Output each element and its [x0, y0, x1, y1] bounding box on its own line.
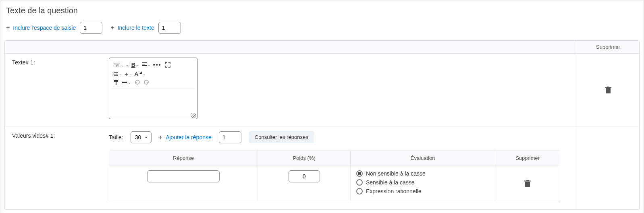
undo-icon: [134, 80, 140, 85]
svg-rect-3: [114, 74, 118, 74]
radio-icon: [356, 188, 363, 194]
redo-button[interactable]: [143, 80, 150, 85]
col-header-supprimer: Supprimer: [495, 151, 560, 165]
rich-text-editor[interactable]: Par… ⌄ B ⌄ ⌄: [109, 58, 197, 119]
svg-rect-11: [525, 182, 530, 187]
chevron-down-icon: ⌄: [128, 81, 131, 85]
chevron-down-icon: ⌄: [126, 63, 129, 67]
plus-icon: +: [125, 70, 128, 77]
line-height-icon: [122, 81, 127, 85]
chevron-down-icon: ⌄: [143, 72, 146, 76]
svg-rect-6: [114, 80, 118, 82]
size-select[interactable]: 30: [131, 131, 152, 143]
evaluation-option-regex[interactable]: Expression rationnelle: [356, 188, 426, 194]
align-left-icon: [142, 62, 147, 67]
view-answers-button[interactable]: Consulter les réponses: [249, 131, 314, 143]
col-header-reponse: Réponse: [109, 151, 258, 165]
grid-header-supprimer: Supprimer: [577, 41, 639, 53]
font-button[interactable]: A◢ ⌄: [135, 71, 146, 77]
font-icon: A: [135, 71, 138, 77]
include-input-space-label: Inclure l'espace de saisie: [13, 25, 76, 31]
svg-rect-5: [114, 75, 118, 76]
bold-button[interactable]: B ⌄: [131, 62, 139, 68]
svg-rect-13: [526, 180, 529, 181]
svg-rect-1: [114, 72, 118, 72]
list-button[interactable]: ⌄: [112, 72, 122, 77]
list-icon: [112, 72, 118, 77]
trash-icon: [524, 180, 531, 187]
plus-icon: +: [159, 134, 162, 141]
evaluation-radio-group: Non sensible à la casse Sensible à la ca…: [356, 170, 426, 194]
answers-table-header: Réponse Poids (%) Évaluation Supprimer: [109, 151, 560, 165]
editor-content-area[interactable]: [109, 91, 197, 119]
chevron-down-icon: ⌄: [129, 72, 132, 76]
align-button[interactable]: ⌄: [142, 62, 151, 67]
evaluation-option-case-sensitive[interactable]: Sensible à la casse: [356, 179, 426, 186]
paragraph-label: Par…: [112, 62, 125, 68]
redo-icon: [144, 80, 150, 85]
include-text-button[interactable]: + Inclure le texte: [110, 24, 154, 31]
radio-label: Expression rationnelle: [366, 188, 422, 194]
blocks-grid: Supprimer Texte# 1: Par… ⌄ B: [4, 40, 640, 210]
svg-point-0: [113, 72, 114, 73]
include-text-count[interactable]: [158, 22, 181, 34]
format-painter-button[interactable]: [112, 80, 120, 85]
fullscreen-button[interactable]: [164, 62, 171, 68]
bold-icon: B: [131, 62, 135, 68]
add-answer-button[interactable]: + Ajouter la réponse: [159, 134, 212, 141]
text-block-row: Texte# 1: Par… ⌄ B ⌄: [5, 54, 639, 127]
answer-input[interactable]: [147, 170, 220, 182]
radio-icon: [356, 179, 363, 186]
svg-rect-8: [606, 88, 611, 93]
answers-table: Réponse Poids (%) Évaluation Supprimer: [109, 151, 560, 202]
include-input-space-button[interactable]: + Inclure l'espace de saisie: [6, 24, 76, 31]
delete-answer-button[interactable]: [524, 180, 531, 187]
include-text-label: Inclure le texte: [118, 25, 154, 31]
chevron-down-icon: ⌄: [136, 63, 139, 67]
fullscreen-icon: [165, 62, 170, 68]
col-header-poids: Poids (%): [258, 151, 351, 165]
add-answer-label: Ajouter la réponse: [166, 134, 212, 141]
size-label: Taille:: [109, 134, 123, 141]
grid-header: Supprimer: [5, 41, 639, 54]
editor-toolbar: Par… ⌄ B ⌄ ⌄: [109, 58, 197, 91]
radio-icon: [356, 170, 363, 177]
svg-point-2: [113, 74, 114, 74]
evaluation-option-case-insensitive[interactable]: Non sensible à la casse: [356, 170, 426, 177]
insert-button[interactable]: + ⌄: [125, 70, 132, 77]
weight-input[interactable]: [289, 170, 320, 182]
svg-rect-10: [607, 87, 609, 87]
chevron-down-icon: ⌄: [147, 63, 151, 67]
svg-point-4: [113, 75, 114, 76]
col-header-evaluation: Évaluation: [351, 151, 495, 165]
include-bar: + Inclure l'espace de saisie + Inclure l…: [4, 19, 640, 40]
values-block-label: Valeurs vides# 1:: [5, 127, 106, 209]
plus-icon: +: [110, 24, 114, 31]
paragraph-style-select[interactable]: Par… ⌄: [112, 62, 129, 68]
format-painter-icon: [113, 80, 119, 85]
answers-table-row: Non sensible à la casse Sensible à la ca…: [109, 165, 560, 202]
undo-button[interactable]: [133, 80, 141, 85]
radio-label: Non sensible à la casse: [366, 170, 426, 177]
add-answer-count[interactable]: [219, 131, 241, 143]
delete-text-block-button[interactable]: [605, 87, 611, 94]
resize-handle[interactable]: [191, 113, 196, 118]
ellipsis-icon: •••: [153, 62, 162, 68]
chevron-down-icon: ⌄: [119, 72, 122, 76]
text-block-label: Texte# 1:: [5, 54, 106, 126]
values-block-delete-cell: [577, 127, 639, 209]
page-title: Texte de la question: [4, 4, 640, 19]
include-input-space-count[interactable]: [80, 22, 102, 34]
grid-header-filler: [5, 41, 577, 53]
more-button[interactable]: •••: [153, 62, 162, 68]
line-height-button[interactable]: ⌄: [122, 81, 131, 85]
svg-rect-7: [116, 82, 116, 85]
values-block-row: Valeurs vides# 1: Taille: 30 + Ajouter l…: [5, 127, 639, 209]
trash-icon: [605, 87, 611, 94]
radio-label: Sensible à la casse: [366, 179, 415, 186]
plus-icon: +: [6, 24, 10, 31]
